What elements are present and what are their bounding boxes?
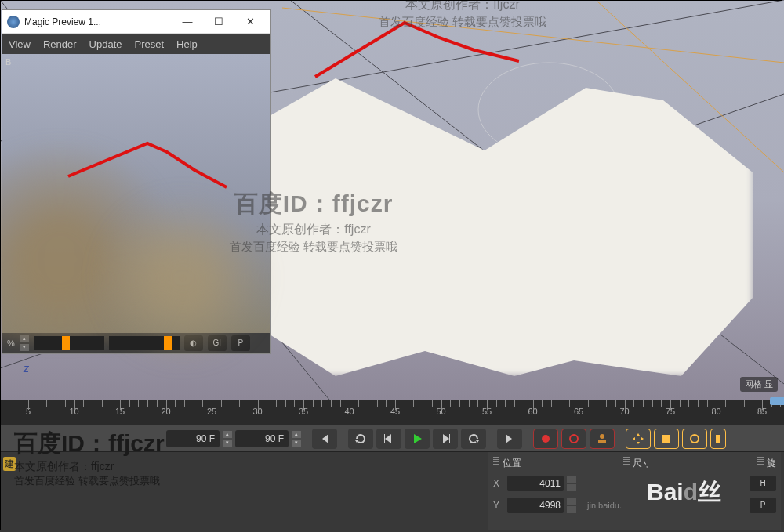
svg-point-9 bbox=[542, 435, 550, 443]
red-spline-preview bbox=[2, 54, 272, 333]
coordinates-panel: 位置 尺寸 旋 X 4011 H Y 4998 jin baidu. P bbox=[488, 452, 781, 530]
x-value-field[interactable]: 4011 bbox=[507, 476, 564, 491]
autokey-button[interactable] bbox=[561, 429, 586, 449]
record-button[interactable] bbox=[533, 429, 558, 449]
current-frame-stepper[interactable]: ▴▾ bbox=[223, 431, 232, 447]
close-button[interactable]: ✕ bbox=[234, 11, 266, 33]
yellow-tab[interactable]: 建 bbox=[3, 457, 16, 471]
grip-icon bbox=[493, 457, 499, 466]
loop-forward-button[interactable] bbox=[461, 429, 486, 449]
x-hint[interactable]: H bbox=[750, 476, 776, 491]
preview-menubar: View Render Update Preset Help bbox=[2, 34, 270, 54]
svg-rect-8 bbox=[449, 434, 450, 443]
svg-point-10 bbox=[570, 435, 578, 443]
preview-title: Magic Preview 1... bbox=[24, 16, 101, 27]
position-header: 位置 bbox=[503, 458, 521, 469]
menu-help[interactable]: Help bbox=[176, 38, 198, 50]
y-hint[interactable]: P bbox=[750, 498, 776, 513]
loop-button[interactable] bbox=[348, 429, 373, 449]
slider-b[interactable] bbox=[109, 336, 180, 350]
svg-point-14 bbox=[691, 435, 699, 443]
magic-preview-window: Magic Preview 1... — ☐ ✕ View Render Upd… bbox=[2, 9, 271, 354]
svg-rect-15 bbox=[716, 435, 720, 443]
y-label: Y bbox=[493, 500, 504, 511]
slider-a[interactable] bbox=[34, 336, 104, 350]
axis-z-label: z bbox=[24, 362, 29, 375]
attribute-area: 建 位置 尺寸 旋 X 4011 H Y 4998 jin baidu. P bbox=[0, 451, 784, 532]
goto-start-button[interactable] bbox=[312, 429, 337, 449]
y-value-field[interactable]: 4998 bbox=[507, 498, 564, 513]
menu-render[interactable]: Render bbox=[43, 38, 77, 50]
preview-status: B bbox=[5, 57, 11, 67]
move-tool-button[interactable] bbox=[626, 429, 651, 449]
end-frame-stepper[interactable]: ▴▾ bbox=[292, 431, 301, 447]
preview-titlebar[interactable]: Magic Preview 1... — ☐ ✕ bbox=[2, 10, 270, 34]
grip-icon-3 bbox=[757, 457, 764, 466]
x-stepper[interactable] bbox=[567, 476, 576, 491]
transport-bar: 90 F ▴▾ 90 F ▴▾ bbox=[0, 425, 784, 451]
svg-point-11 bbox=[600, 434, 604, 439]
menu-preset[interactable]: Preset bbox=[135, 38, 165, 50]
preview-app-icon bbox=[7, 16, 20, 28]
maximize-button[interactable]: ☐ bbox=[203, 11, 234, 33]
scale-tool-button[interactable] bbox=[654, 429, 679, 449]
y-stepper[interactable] bbox=[567, 498, 576, 513]
timeline-ruler[interactable]: 510152025303540455055606570758085 bbox=[0, 400, 784, 425]
rotation-header: 旋 bbox=[767, 458, 776, 469]
footer-text: jin baidu. bbox=[587, 501, 622, 510]
extra-tool-button[interactable] bbox=[710, 429, 726, 449]
goto-end-button[interactable] bbox=[497, 429, 522, 449]
preview-render-canvas[interactable]: B bbox=[2, 54, 270, 333]
grid-badge: 网格 显 bbox=[740, 377, 778, 392]
svg-rect-13 bbox=[662, 435, 670, 443]
keyframe-options-button[interactable] bbox=[590, 429, 615, 449]
rotate-tool-button[interactable] bbox=[682, 429, 707, 449]
svg-rect-7 bbox=[384, 434, 385, 443]
current-frame-field[interactable]: 90 F bbox=[166, 430, 220, 447]
prev-frame-button[interactable] bbox=[376, 429, 401, 449]
x-label: X bbox=[493, 478, 504, 489]
svg-rect-12 bbox=[598, 440, 606, 443]
menu-update[interactable]: Update bbox=[89, 38, 122, 50]
playhead[interactable] bbox=[770, 397, 784, 405]
play-button[interactable] bbox=[405, 429, 430, 449]
grip-icon-2 bbox=[623, 457, 630, 466]
end-frame-field[interactable]: 90 F bbox=[235, 430, 289, 447]
menu-view[interactable]: View bbox=[9, 38, 31, 50]
size-header: 尺寸 bbox=[633, 458, 652, 469]
minimize-button[interactable]: — bbox=[172, 11, 203, 33]
next-frame-button[interactable] bbox=[433, 429, 458, 449]
